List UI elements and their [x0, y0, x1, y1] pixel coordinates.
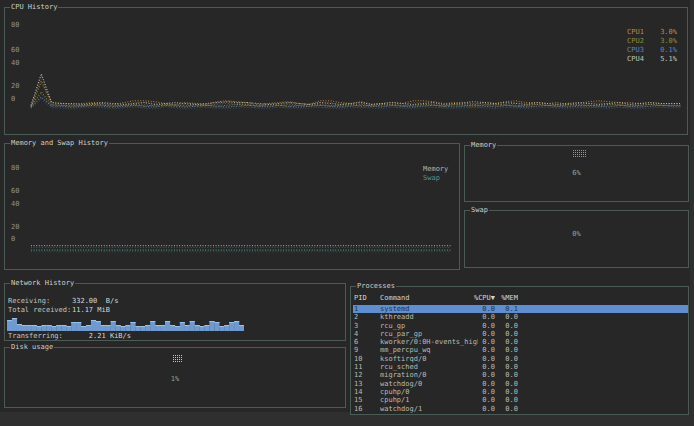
process-cell: 0.0	[459, 363, 495, 371]
processes-header: PID Command %CPU▼ %MEM	[353, 294, 688, 303]
swap-gauge-title: Swap	[470, 206, 489, 215]
legend-label: CPU2	[627, 37, 651, 46]
cpu-legend: CPU13.0%CPU23.0%CPU30.1%CPU45.1%	[627, 28, 677, 64]
process-row[interactable]: 10ksoftirqd/00.00.0	[353, 355, 688, 363]
process-cell: 0.0	[459, 371, 495, 379]
legend-row: Swap	[423, 174, 447, 183]
process-cell: 11	[354, 363, 378, 371]
cpu-y-label-60: 60	[11, 46, 19, 54]
memswap-y-label-0: 0	[11, 235, 15, 243]
swap-gauge-panel: Swap 0%	[464, 210, 689, 268]
swap-gauge-percent: 0%	[465, 230, 688, 238]
memswap-y-label-80: 80	[11, 164, 19, 172]
network-receive-chart	[7, 315, 244, 331]
memory-gauge-dots	[573, 150, 587, 158]
network-total-received-row: Total received: 11.17 MiB	[8, 306, 110, 314]
process-cell: 0.0	[493, 396, 518, 404]
process-cell: 13	[354, 380, 378, 388]
process-cell: 15	[354, 396, 378, 404]
process-cell: 0.0	[459, 313, 495, 321]
process-row[interactable]: 12migration/00.00.0	[353, 371, 688, 379]
legend-row: Memory	[423, 165, 447, 174]
process-cell: 0.0	[493, 355, 518, 363]
process-cell: 0.0	[459, 396, 495, 404]
process-cell: 0.1	[493, 305, 518, 313]
legend-row: CPU30.1%	[627, 46, 677, 55]
process-row[interactable]: 9mm_percpu_wq0.00.0	[353, 346, 688, 354]
memory-swap-legend: MemorySwap	[423, 165, 447, 183]
process-cell: 0.0	[459, 338, 495, 346]
process-cell: 0.0	[459, 355, 495, 363]
process-cell: 0.0	[493, 388, 518, 396]
process-cell: 2	[354, 313, 378, 321]
process-row[interactable]: 14cpuhp/00.00.0	[353, 388, 688, 396]
process-cell: 12	[354, 371, 378, 379]
process-cell: 14	[354, 388, 378, 396]
memory-gauge-title: Memory	[470, 141, 497, 150]
process-cell: 0.0	[493, 405, 518, 413]
legend-value: 3.0%	[651, 28, 677, 37]
network-history-panel: Network History Receiving: 332.00 B/s To…	[4, 283, 346, 341]
column-pid[interactable]: PID	[354, 294, 378, 302]
legend-row: CPU13.0%	[627, 28, 677, 37]
process-cell: 0.0	[493, 322, 518, 330]
process-row[interactable]: 3rcu_gp0.00.0	[353, 322, 688, 330]
cpu-history-chart	[27, 14, 685, 122]
process-cell: 0.0	[493, 371, 518, 379]
process-cell: 0.0	[459, 405, 495, 413]
process-cell: 9	[354, 346, 378, 354]
process-row[interactable]: 6kworker/0:0H-events_high0.00.0	[353, 338, 688, 346]
process-row[interactable]: 13watchdog/00.00.0	[353, 380, 688, 388]
receiving-label: Receiving:	[8, 297, 72, 305]
process-cell: 0.0	[459, 305, 495, 313]
process-cell: 6	[354, 338, 378, 346]
disk-usage-dots	[173, 355, 183, 363]
process-cell: 0.0	[493, 330, 518, 338]
process-row[interactable]: 16watchdog/10.00.0	[353, 405, 688, 413]
disk-usage-title: Disk usage	[10, 343, 54, 352]
processes-title: Processes	[356, 282, 396, 291]
cpu-history-panel: CPU History 80 60 40 20 0 CPU13.0%CPU23.…	[4, 7, 688, 135]
total-received-value: 11.17 MiB	[72, 306, 110, 314]
process-row[interactable]: 1systemd0.00.1	[353, 305, 688, 313]
process-cell: 0.0	[459, 380, 495, 388]
process-row[interactable]: 4rcu_par_gp0.00.0	[353, 330, 688, 338]
legend-value: 3.0%	[651, 37, 677, 46]
total-received-label: Total received:	[8, 306, 72, 314]
process-cell: 0.0	[493, 380, 518, 388]
receiving-value: 332.00 B/s	[72, 297, 118, 305]
column-mem[interactable]: %MEM	[493, 294, 518, 302]
cpu-y-label-80: 80	[11, 21, 19, 29]
process-cell: 10	[354, 355, 378, 363]
memswap-y-label-20: 20	[11, 223, 19, 231]
process-cell: 0.0	[459, 346, 495, 354]
process-cell: 0.0	[459, 388, 495, 396]
process-row[interactable]: 2kthreadd0.00.0	[353, 313, 688, 321]
process-cell: 3	[354, 322, 378, 330]
system-monitor-app: CPU History 80 60 40 20 0 CPU13.0%CPU23.…	[0, 0, 690, 412]
legend-value: 5.1%	[651, 55, 677, 64]
process-cell: 0.0	[493, 346, 518, 354]
memswap-y-label-40: 40	[11, 200, 19, 208]
process-cell: 0.0	[493, 338, 518, 346]
column-cpu[interactable]: %CPU▼	[459, 294, 495, 302]
process-cell: 1	[354, 305, 378, 313]
legend-row: CPU45.1%	[627, 55, 677, 64]
process-cell: 4	[354, 330, 378, 338]
network-history-title: Network History	[10, 279, 75, 288]
memswap-y-label-60: 60	[11, 187, 19, 195]
process-cell: 0.0	[493, 313, 518, 321]
legend-label: CPU3	[627, 46, 651, 55]
legend-row: CPU23.0%	[627, 37, 677, 46]
memory-gauge-percent: 6%	[465, 169, 688, 177]
process-row[interactable]: 15cpuhp/10.00.0	[353, 396, 688, 404]
cpu-y-label-20: 20	[11, 82, 19, 90]
transferring-label: Transferring:	[8, 332, 72, 340]
memory-swap-chart	[27, 150, 457, 262]
process-row[interactable]: 11rcu_sched0.00.0	[353, 363, 688, 371]
cpu-y-label-40: 40	[11, 59, 19, 67]
memory-swap-history-panel: Memory and Swap History 80 60 40 20 0 Me…	[4, 143, 460, 270]
legend-label: CPU1	[627, 28, 651, 37]
network-receiving-row: Receiving: 332.00 B/s	[8, 297, 118, 305]
process-rows: 1systemd0.00.12kthreadd0.00.03rcu_gp0.00…	[353, 305, 688, 413]
